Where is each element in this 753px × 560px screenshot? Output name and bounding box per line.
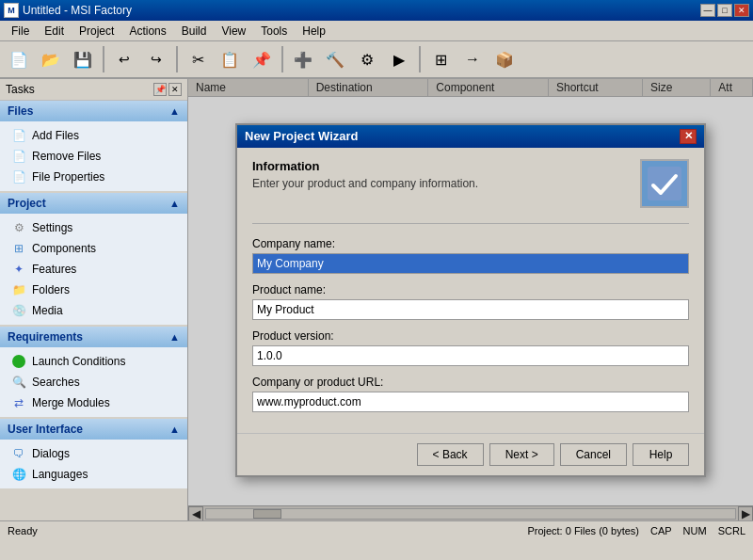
- sidebar-item-media[interactable]: 💿 Media: [4, 300, 184, 321]
- save-button[interactable]: 💾: [68, 44, 98, 74]
- box-button[interactable]: 📦: [489, 44, 520, 74]
- menu-view[interactable]: View: [214, 23, 253, 40]
- section-user-interface-label: User Interface: [8, 423, 83, 436]
- section-requirements-header[interactable]: Requirements ▲: [0, 327, 187, 347]
- merge-modules-icon: ⇄: [11, 395, 26, 410]
- grid-button[interactable]: ⊞: [425, 44, 456, 74]
- back-button[interactable]: < Back: [417, 443, 484, 466]
- menu-help[interactable]: Help: [295, 23, 333, 40]
- searches-label: Searches: [32, 376, 80, 389]
- sidebar-item-components[interactable]: ⊞ Components: [4, 238, 184, 259]
- tasks-pin-button[interactable]: 📌: [153, 83, 167, 96]
- section-project-label: Project: [8, 197, 46, 210]
- company-url-input[interactable]: [252, 392, 689, 412]
- cancel-button[interactable]: Cancel: [560, 443, 627, 466]
- svg-rect-0: [648, 167, 681, 200]
- sidebar-item-dialogs[interactable]: 🗨 Dialogs: [4, 443, 184, 464]
- languages-label: Languages: [32, 468, 88, 481]
- title-bar: M Untitled - MSI Factory — □ ✕: [0, 0, 753, 21]
- sidebar-item-remove-files[interactable]: 📄 Remove Files: [4, 146, 184, 167]
- section-project: Project ▲ ⚙ Settings ⊞ Components ✦ Feat…: [0, 193, 187, 325]
- add-files-label: Add Files: [32, 129, 79, 142]
- sidebar-item-launch-conditions[interactable]: Launch Conditions: [4, 351, 184, 372]
- menu-tools[interactable]: Tools: [253, 23, 295, 40]
- section-requirements-label: Requirements: [8, 330, 83, 344]
- modal-section-title: Information: [252, 159, 478, 173]
- maximize-button[interactable]: □: [717, 4, 732, 17]
- window-controls: — □ ✕: [700, 4, 749, 17]
- menu-project[interactable]: Project: [72, 23, 121, 40]
- undo-button[interactable]: ↩: [109, 44, 139, 74]
- section-files-label: Files: [8, 104, 33, 118]
- sidebar-item-folders[interactable]: 📁 Folders: [4, 280, 184, 300]
- merge-modules-label: Merge Modules: [32, 396, 110, 409]
- next-button[interactable]: Next >: [489, 443, 554, 466]
- modal-info-bar: Information Enter your product and compa…: [252, 159, 689, 208]
- file-remove-icon: 📄: [11, 149, 26, 164]
- section-project-body: ⚙ Settings ⊞ Components ✦ Features 📁 Fol…: [0, 214, 187, 325]
- paste-button[interactable]: 📌: [247, 44, 277, 74]
- menu-actions[interactable]: Actions: [121, 23, 173, 40]
- modal-info-text: Information Enter your product and compa…: [252, 159, 478, 190]
- modal-close-button[interactable]: ✕: [680, 129, 697, 144]
- product-version-input[interactable]: [252, 345, 689, 366]
- tasks-header: Tasks 📌 ✕: [0, 79, 187, 101]
- menu-edit[interactable]: Edit: [37, 23, 72, 40]
- ui-collapse-icon: ▲: [169, 424, 180, 435]
- copy-button[interactable]: 📋: [215, 44, 245, 74]
- sidebar-item-file-properties[interactable]: 📄 File Properties: [4, 167, 184, 187]
- sidebar-item-settings[interactable]: ⚙ Settings: [4, 217, 184, 238]
- features-icon: ✦: [11, 262, 26, 277]
- close-button[interactable]: ✕: [734, 4, 749, 17]
- section-user-interface-header[interactable]: User Interface ▲: [0, 419, 187, 440]
- company-url-label: Company or product URL:: [252, 376, 689, 389]
- menu-file[interactable]: File: [4, 23, 37, 40]
- minimize-button[interactable]: —: [700, 4, 715, 17]
- sidebar-item-features[interactable]: ✦ Features: [4, 259, 184, 280]
- arrow-button[interactable]: →: [457, 44, 488, 74]
- num-indicator: NUM: [683, 525, 707, 536]
- menu-bar: File Edit Project Actions Build View Too…: [0, 21, 753, 41]
- open-button[interactable]: 📂: [36, 44, 66, 74]
- run-button[interactable]: ▶: [384, 44, 414, 74]
- file-properties-label: File Properties: [32, 170, 104, 184]
- dialogs-label: Dialogs: [32, 447, 70, 460]
- section-user-interface-body: 🗨 Dialogs 🌐 Languages: [0, 440, 187, 488]
- sidebar-item-merge-modules[interactable]: ⇄ Merge Modules: [4, 392, 184, 413]
- product-name-label: Product name:: [252, 283, 689, 296]
- modal-titlebar: New Project Wizard ✕: [237, 125, 704, 148]
- menu-build[interactable]: Build: [174, 23, 215, 40]
- company-name-input[interactable]: [252, 253, 689, 274]
- tasks-close-button[interactable]: ✕: [168, 83, 182, 96]
- new-button[interactable]: 📄: [4, 44, 34, 74]
- product-name-input[interactable]: [252, 299, 689, 320]
- sidebar-item-languages[interactable]: 🌐 Languages: [4, 464, 184, 485]
- product-name-group: Product name:: [252, 283, 689, 320]
- cut-button[interactable]: ✂: [183, 44, 213, 74]
- sidebar-item-add-files[interactable]: 📄 Add Files: [4, 125, 184, 146]
- build-button[interactable]: 🔨: [320, 44, 350, 74]
- section-user-interface: User Interface ▲ 🗨 Dialogs 🌐 Languages: [0, 419, 187, 488]
- company-name-label: Company name:: [252, 237, 689, 250]
- tasks-scroll[interactable]: Files ▲ 📄 Add Files 📄 Remove Files 📄 Fil…: [0, 101, 187, 520]
- help-button[interactable]: Help: [633, 443, 689, 466]
- new-project-wizard-dialog: New Project Wizard ✕ Information Enter y…: [235, 123, 706, 477]
- section-requirements: Requirements ▲ Launch Conditions 🔍 Searc…: [0, 327, 187, 417]
- project-collapse-icon: ▲: [169, 198, 180, 209]
- cap-indicator: CAP: [650, 525, 672, 536]
- redo-button[interactable]: ↪: [141, 44, 171, 74]
- section-project-header[interactable]: Project ▲: [0, 193, 187, 214]
- features-label: Features: [32, 263, 76, 276]
- company-url-group: Company or product URL:: [252, 376, 689, 412]
- section-files-header[interactable]: Files ▲: [0, 101, 187, 121]
- sidebar-item-searches[interactable]: 🔍 Searches: [4, 372, 184, 392]
- files-collapse-icon: ▲: [169, 105, 180, 117]
- config-button[interactable]: ⚙: [352, 44, 382, 74]
- modal-section-desc: Enter your product and company informati…: [252, 177, 478, 190]
- section-files-body: 📄 Add Files 📄 Remove Files 📄 File Proper…: [0, 121, 187, 191]
- add-button[interactable]: ➕: [288, 44, 318, 74]
- modal-title: New Project Wizard: [245, 129, 359, 143]
- status-bar: Ready Project: 0 Files (0 bytes) CAP NUM…: [0, 520, 753, 539]
- status-right: Project: 0 Files (0 bytes) CAP NUM SCRL: [527, 525, 745, 536]
- settings-label: Settings: [32, 221, 72, 234]
